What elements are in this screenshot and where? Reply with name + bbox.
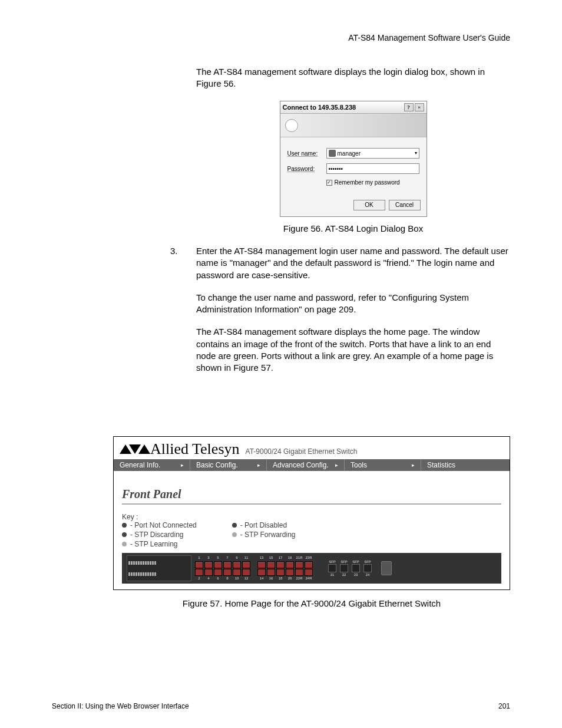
- dot-icon: [122, 523, 127, 528]
- ethernet-port[interactable]: [242, 561, 250, 568]
- dropdown-icon[interactable]: ▾: [415, 150, 417, 157]
- ethernet-port[interactable]: [305, 569, 313, 576]
- port-number: 13: [257, 556, 266, 561]
- dot-icon: [122, 542, 127, 546]
- password-label: Password:: [287, 165, 323, 173]
- logo-mark-icon: [120, 444, 148, 454]
- password-value: •••••••: [329, 165, 343, 173]
- ethernet-port[interactable]: [286, 561, 294, 568]
- menu-general-info[interactable]: General Info.▸: [114, 459, 190, 471]
- dot-icon: [232, 523, 237, 528]
- sfp-port-icon: [352, 564, 360, 572]
- sfp-number: 21: [330, 573, 335, 577]
- user-icon: [329, 150, 336, 157]
- sfp-number: 23: [354, 573, 358, 577]
- console-port-icon: [381, 561, 392, 575]
- help-button[interactable]: ?: [404, 103, 414, 111]
- sfp-slot[interactable]: SFP21: [328, 560, 336, 577]
- ethernet-port[interactable]: [195, 561, 203, 568]
- ethernet-port[interactable]: [233, 569, 241, 576]
- port-number: 8: [223, 577, 232, 581]
- ethernet-port[interactable]: [286, 569, 294, 576]
- menu-statistics[interactable]: Statistics: [421, 459, 510, 471]
- port-number: 19: [286, 556, 294, 561]
- ethernet-port[interactable]: [204, 569, 213, 576]
- ethernet-port[interactable]: [295, 561, 303, 568]
- ethernet-port[interactable]: [267, 561, 275, 568]
- sfp-block: SFP21SFP22SFP23SFP24: [328, 560, 372, 577]
- footer-section: Section II: Using the Web Browser Interf…: [52, 702, 189, 710]
- intro-paragraph: The AT-S84 management software displays …: [196, 66, 510, 90]
- dialog-title-text: Connect to 149.35.8.238: [283, 103, 356, 112]
- chevron-right-icon: ▸: [412, 462, 415, 468]
- page-footer: Section II: Using the Web Browser Interf…: [52, 702, 510, 710]
- dot-icon: [122, 532, 127, 537]
- ethernet-port[interactable]: [223, 569, 232, 576]
- username-input[interactable]: manager ▾: [326, 148, 419, 159]
- chassis-status-panel: [127, 555, 191, 581]
- key-port-disabled: - Port Disabled: [240, 521, 287, 529]
- sfp-number: 24: [366, 573, 370, 577]
- keys-icon: [285, 119, 298, 132]
- ethernet-port[interactable]: [276, 561, 285, 568]
- sfp-label: SFP: [329, 560, 336, 564]
- switch-header: Allied Telesyn AT-9000/24 Gigabit Ethern…: [114, 437, 510, 459]
- sfp-slot[interactable]: SFP24: [363, 560, 372, 577]
- menubar: General Info.▸ Basic Config.▸ Advanced C…: [114, 459, 510, 471]
- ethernet-port[interactable]: [267, 569, 275, 576]
- ethernet-port[interactable]: [204, 561, 213, 568]
- ethernet-port[interactable]: [242, 569, 250, 576]
- ethernet-port[interactable]: [295, 569, 303, 576]
- step3-para2: To change the user name and password, re…: [196, 292, 510, 316]
- password-input[interactable]: •••••••: [326, 163, 419, 174]
- sfp-port-icon: [328, 564, 336, 572]
- port-number: 3: [204, 556, 213, 561]
- dialog-banner: [280, 114, 427, 137]
- page-header: AT-S84 Management Software User's Guide: [348, 33, 510, 42]
- key-stp-learning: - STP Learning: [130, 540, 178, 548]
- ethernet-port[interactable]: [276, 569, 285, 576]
- cancel-button[interactable]: Cancel: [389, 200, 421, 210]
- ok-button[interactable]: OK: [353, 200, 385, 210]
- ethernet-port[interactable]: [214, 561, 222, 568]
- port-number: 2: [195, 577, 203, 581]
- ethernet-port[interactable]: [257, 569, 266, 576]
- step3-para3: The AT-S84 management software displays …: [196, 326, 510, 374]
- username-value: manager: [338, 150, 361, 158]
- port-number: 4: [204, 577, 213, 581]
- port-number: 12: [242, 577, 250, 581]
- sfp-port-icon: [340, 564, 348, 572]
- ethernet-port[interactable]: [195, 569, 203, 576]
- port-number: 14: [257, 577, 266, 581]
- ethernet-port[interactable]: [214, 569, 222, 576]
- menu-advanced-config[interactable]: Advanced Config.▸: [267, 459, 345, 471]
- ethernet-port[interactable]: [305, 561, 313, 568]
- port-number: 24R: [305, 577, 313, 581]
- step3-number: 3.: [170, 245, 184, 384]
- close-button[interactable]: ×: [415, 103, 424, 111]
- port-number: 15: [267, 556, 275, 561]
- brand-logo: Allied Telesyn: [120, 440, 240, 458]
- footer-page-number: 201: [498, 702, 510, 710]
- ethernet-port[interactable]: [257, 561, 266, 568]
- ethernet-port[interactable]: [223, 561, 232, 568]
- remember-checkbox[interactable]: ✓: [326, 180, 332, 186]
- step3-text: Enter the AT-S84 management login user n…: [196, 245, 510, 281]
- sfp-slot[interactable]: SFP22: [340, 560, 348, 577]
- sfp-port-icon: [363, 564, 372, 572]
- menu-tools[interactable]: Tools▸: [345, 459, 421, 471]
- port-number: 22R: [295, 577, 303, 581]
- sfp-slot[interactable]: SFP23: [352, 560, 360, 577]
- key-not-connected: - Port Not Connected: [130, 521, 197, 529]
- chevron-right-icon: ▸: [181, 462, 184, 468]
- figure56-caption: Figure 56. AT-S84 Login Dialog Box: [196, 223, 510, 235]
- key-stp-forwarding: - STP Forwarding: [240, 531, 296, 539]
- ethernet-port[interactable]: [233, 561, 241, 568]
- key-legend: - Port Not Connected - STP Discarding - …: [122, 521, 501, 548]
- chevron-right-icon: ▸: [335, 462, 338, 468]
- menu-basic-config[interactable]: Basic Config.▸: [190, 459, 267, 471]
- front-panel-title: Front Panel: [122, 487, 501, 505]
- home-page-figure: Allied Telesyn AT-9000/24 Gigabit Ethern…: [113, 436, 510, 590]
- switch-model: AT-9000/24 Gigabit Ethernet Switch: [246, 447, 358, 456]
- dialog-titlebar: Connect to 149.35.8.238 ? ×: [280, 101, 427, 114]
